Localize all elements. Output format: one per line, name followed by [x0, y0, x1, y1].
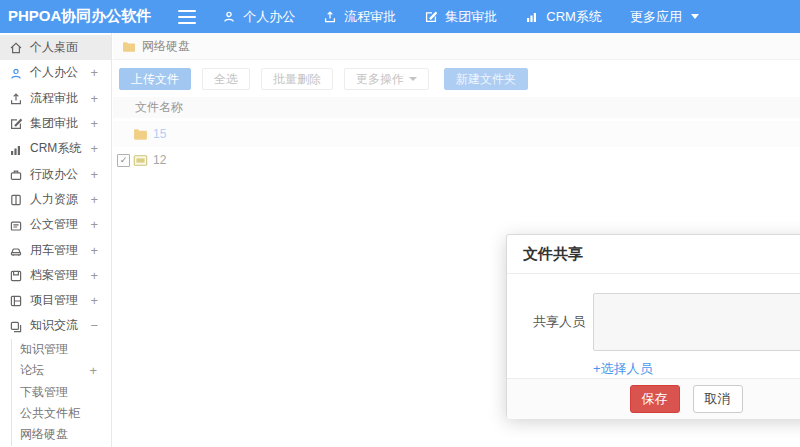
upload-file-button[interactable]: 上传文件 [119, 68, 191, 90]
nav-label: 流程审批 [344, 8, 396, 26]
app-window: PHPOA协同办公软件 个人办公 流程审批 集团审批 [0, 0, 800, 447]
expand-sign[interactable]: − [90, 319, 98, 332]
nav-personal-office[interactable]: 个人办公 [208, 0, 309, 33]
sidebar-item-group-approval[interactable]: 集团审批 + [0, 111, 111, 136]
folder-icon [122, 39, 136, 53]
knowledge-submenu: 知识管理 论坛 + 下载管理 公共文件柜 网络硬盘 [11, 339, 111, 446]
expand-sign[interactable]: + [90, 193, 98, 206]
sidebar-item-admin-office[interactable]: 行政办公 + [0, 161, 111, 186]
batch-delete-button[interactable]: 批量删除 [261, 68, 333, 90]
nav-label: CRM系统 [546, 8, 602, 26]
expand-sign[interactable]: + [90, 66, 98, 79]
expand-sign[interactable]: + [90, 92, 98, 105]
submenu-label: 下载管理 [20, 384, 68, 401]
book-icon [9, 192, 23, 206]
top-navigation: 个人办公 流程审批 集团审批 CRM系统 更多应用 [208, 0, 713, 33]
sidebar-item-official-docs[interactable]: 公文管理 + [0, 212, 111, 237]
submenu-item-downloads[interactable]: 下载管理 [12, 381, 111, 402]
expand-sign[interactable]: + [90, 294, 98, 307]
upload-icon [9, 91, 23, 105]
home-icon [9, 41, 23, 55]
nav-workflow-approval[interactable]: 流程审批 [309, 0, 410, 33]
submenu-item-knowledge-mgmt[interactable]: 知识管理 [12, 339, 111, 360]
sidebar-item-label: 人力资源 [30, 191, 78, 208]
sidebar-item-label: CRM系统 [30, 140, 81, 157]
expand-sign[interactable]: + [90, 142, 98, 155]
submenu-label: 知识管理 [20, 341, 68, 358]
expand-sign[interactable]: + [90, 168, 98, 181]
expand-sign[interactable]: + [90, 269, 98, 282]
person-icon [9, 66, 23, 80]
briefcase-icon [9, 167, 23, 181]
row-checkbox[interactable]: ✓ [117, 154, 130, 167]
submenu-item-forum[interactable]: 论坛 + [12, 360, 111, 381]
share-field: 共享人员 [533, 293, 800, 351]
file-table-header: 文件名称 [113, 97, 800, 118]
image-file-icon [133, 154, 148, 167]
edit-icon [9, 117, 23, 131]
upload-icon [323, 10, 337, 24]
table-row-folder-15[interactable]: 15 [113, 121, 800, 147]
sidebar: 个人桌面 个人办公 + 流程审批 + 集团审批 + [0, 33, 112, 447]
sidebar-item-workflow-approval[interactable]: 流程审批 + [0, 86, 111, 111]
cancel-button[interactable]: 取消 [693, 385, 743, 413]
modal-footer: 保存 取消 [507, 378, 800, 419]
edit-icon [424, 10, 438, 24]
folder-icon [133, 128, 148, 141]
archive-icon [9, 268, 23, 282]
file-name-link[interactable]: 15 [153, 127, 166, 141]
sidebar-item-knowledge[interactable]: 知识交流 − [0, 313, 111, 338]
sidebar-item-label: 档案管理 [30, 267, 78, 284]
chart-icon [9, 142, 23, 156]
sidebar-item-projects[interactable]: 项目管理 + [0, 288, 111, 313]
submenu-item-public-cabinet[interactable]: 公共文件柜 [12, 403, 111, 424]
submenu-label: 网络硬盘 [20, 426, 68, 443]
save-button[interactable]: 保存 [630, 385, 680, 413]
nav-crm-system[interactable]: CRM系统 [511, 0, 616, 33]
sidebar-item-archives[interactable]: 档案管理 + [0, 263, 111, 288]
hamburger-menu-icon[interactable] [178, 10, 196, 24]
nav-more-apps[interactable]: 更多应用 [616, 0, 713, 33]
submenu-item-network-disk[interactable]: 网络硬盘 [12, 424, 111, 445]
expand-sign[interactable]: + [90, 244, 98, 257]
sidebar-item-label: 行政办公 [30, 166, 78, 183]
share-members-textarea[interactable] [593, 293, 800, 351]
caret-down-icon [691, 14, 699, 19]
file-share-modal: 文件共享 共享人员 +选择人员 保存 取消 [506, 234, 800, 418]
breadcrumb-label: 网络硬盘 [142, 38, 190, 55]
select-all-button[interactable]: 全选 [202, 68, 250, 90]
caret-down-icon [409, 77, 417, 81]
sidebar-item-personal-office[interactable]: 个人办公 + [0, 60, 111, 85]
sidebar-item-label: 个人办公 [30, 64, 78, 81]
more-actions-label: 更多操作 [356, 69, 404, 89]
expand-sign[interactable]: + [89, 363, 97, 378]
sidebar-item-hr[interactable]: 人力资源 + [0, 187, 111, 212]
sidebar-item-vehicle[interactable]: 用车管理 + [0, 237, 111, 262]
sidebar-item-label: 项目管理 [30, 292, 78, 309]
sidebar-item-label: 知识交流 [30, 317, 78, 334]
app-logo: PHPOA协同办公软件 [8, 7, 151, 26]
sidebar-item-crm[interactable]: CRM系统 + [0, 136, 111, 161]
file-name-link[interactable]: 12 [153, 153, 166, 167]
breadcrumb: 网络硬盘 [113, 33, 800, 60]
table-row-file-12[interactable]: ✓ 12 [113, 147, 800, 173]
submenu-label: 论坛 [20, 362, 44, 379]
sidebar-item-personal-desktop[interactable]: 个人桌面 [0, 35, 111, 60]
nav-group-approval[interactable]: 集团审批 [410, 0, 511, 33]
expand-sign[interactable]: + [90, 117, 98, 130]
more-actions-button[interactable]: 更多操作 [344, 68, 429, 90]
chat-icon [9, 319, 23, 333]
sidebar-item-label: 公文管理 [30, 216, 78, 233]
sidebar-item-label: 个人桌面 [30, 39, 78, 56]
checkbox-slot: ✓ [117, 154, 130, 167]
expand-sign[interactable]: + [90, 218, 98, 231]
choose-members-link[interactable]: +选择人员 [593, 360, 653, 378]
sidebar-item-label: 流程审批 [30, 90, 78, 107]
new-folder-button[interactable]: 新建文件夹 [444, 68, 528, 90]
modal-body: 共享人员 +选择人员 [507, 274, 800, 378]
car-icon [9, 243, 23, 257]
nav-label: 个人办公 [243, 8, 295, 26]
toolbar: 上传文件 全选 批量删除 更多操作 新建文件夹 [113, 60, 800, 97]
topbar: PHPOA协同办公软件 个人办公 流程审批 集团审批 [0, 0, 800, 33]
modal-title: 文件共享 [507, 235, 800, 274]
